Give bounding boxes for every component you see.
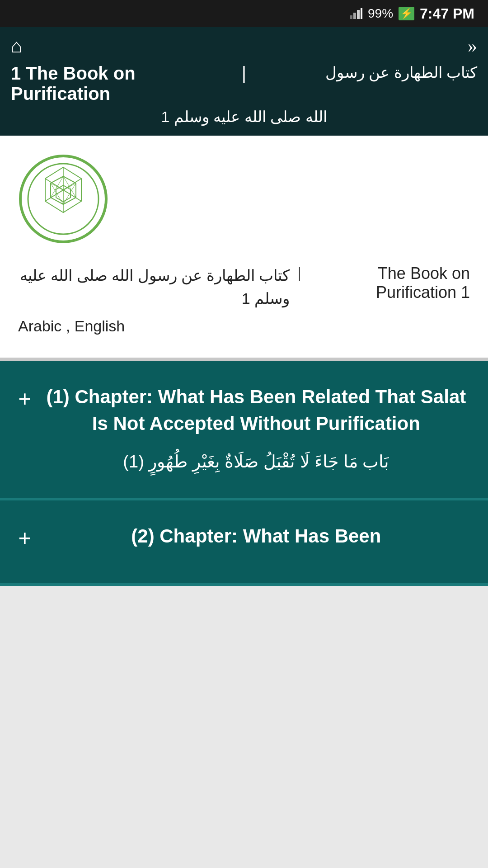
header-divider: |: [242, 63, 246, 84]
status-bar: 99% ⚡ 7:47 PM: [0, 0, 488, 27]
battery-percentage: 99%: [368, 6, 393, 21]
book-card: كتاب الطهارة عن رسول الله صلى الله عليه …: [0, 136, 488, 358]
header-subtitle-ar: الله صلى الله عليه وسلم 1: [161, 108, 327, 125]
header-title-en: 1 The Book on Purification: [11, 63, 228, 104]
chapter-1-title-en: (1) Chapter: What Has Been Related That …: [42, 384, 470, 437]
book-title-en: The Book on Purification 1: [309, 264, 470, 302]
svg-marker-3: [361, 8, 362, 19]
svg-marker-0: [350, 15, 352, 19]
book-divider: |: [298, 264, 301, 281]
time-display: 7:47 PM: [420, 5, 474, 22]
battery-icon: ⚡: [399, 7, 414, 20]
signal-icon: [350, 8, 362, 19]
chapter-1-plus-icon[interactable]: +: [18, 386, 32, 412]
book-logo: [18, 154, 108, 244]
header-title-ar: كتاب الطهارة عن رسول: [260, 63, 477, 81]
chapter-1-title-ar: بَاب مَا جَاءَ لَا تُقْبَلُ صَلَاةٌ بِغَ…: [42, 448, 470, 476]
chapter-2-plus-icon[interactable]: +: [18, 525, 32, 552]
book-title-ar: كتاب الطهارة عن رسول الله صلى الله عليه …: [18, 264, 290, 310]
svg-marker-2: [357, 10, 360, 19]
chapter-section-2[interactable]: + (2) Chapter: What Has Been: [0, 500, 488, 586]
home-button[interactable]: ⌂: [11, 35, 22, 57]
app-header: ⌂ » 1 The Book on Purification | كتاب ال…: [0, 27, 488, 136]
section-divider: [0, 358, 488, 361]
forward-button[interactable]: »: [468, 35, 477, 57]
book-languages: Arabic , English: [18, 317, 470, 335]
chapter-2-title-en: (2) Chapter: What Has Been: [42, 523, 470, 550]
svg-marker-1: [353, 13, 356, 19]
chapter-section-1[interactable]: + (1) Chapter: What Has Been Related Tha…: [0, 361, 488, 500]
